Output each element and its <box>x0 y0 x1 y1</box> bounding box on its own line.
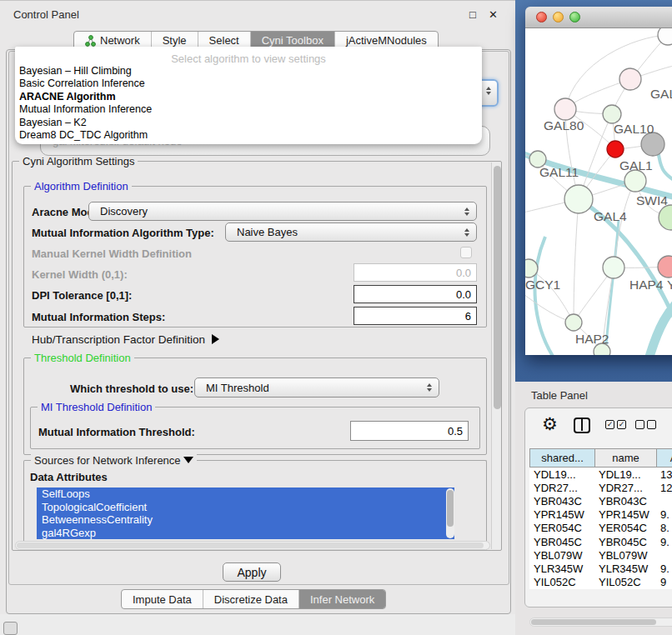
mi-type-label: Mutual Information Algorithm Type: <box>32 227 214 239</box>
network-edge[interactable] <box>535 237 556 355</box>
attribute-list-item[interactable]: gal4RGexp <box>37 527 454 540</box>
gear-icon[interactable]: ⚙ <box>542 415 558 432</box>
manual-kernel-checkbox[interactable] <box>460 247 472 258</box>
column-header-shared-name[interactable]: shared... <box>529 448 594 468</box>
dpi-tolerance-label: DPI Tolerance [0,1]: <box>32 289 132 302</box>
table-row[interactable]: YIL052CYIL052C9 <box>529 576 672 589</box>
attributes-scrollbar[interactable] <box>446 488 454 538</box>
network-node-top-partial[interactable] <box>658 28 672 45</box>
table-cell: YBR043C <box>529 494 594 508</box>
algorithm-option[interactable]: Dream8 DC_TDC Algorithm <box>15 129 482 142</box>
network-node-hap4[interactable] <box>603 257 624 278</box>
node-table: shared... name A YDL19...YDL19...13YDR27… <box>529 448 672 589</box>
mi-type-combo[interactable]: Naive Bayes <box>225 222 477 242</box>
table-cell: YDR27... <box>529 481 594 494</box>
network-node-gal4[interactable] <box>564 185 593 213</box>
network-node-selected-red[interactable] <box>607 141 624 158</box>
table-row[interactable]: YLR345WYLR345W9. <box>529 562 672 575</box>
close-icon[interactable]: ✕ <box>489 8 498 21</box>
network-node-gal1[interactable] <box>624 170 646 192</box>
columns-icon[interactable] <box>574 418 590 433</box>
settings-horizontal-scrollbar[interactable] <box>15 541 490 550</box>
algorithm-option[interactable]: ARACNE Algorithm <box>15 91 482 103</box>
table-cell: YBL079W <box>529 548 594 562</box>
network-node-gal80[interactable] <box>554 98 576 120</box>
table-row[interactable]: YER054CYER054C8. <box>529 522 672 535</box>
mi-threshold-title: MI Threshold Definition <box>38 401 155 413</box>
attribute-list-item[interactable]: TopologicalCoefficient <box>37 501 454 514</box>
which-threshold-combo[interactable]: MI Threshold <box>194 378 439 398</box>
attribute-list-item[interactable]: SelfLoops <box>37 488 454 501</box>
network-node-gray-node[interactable] <box>641 132 664 156</box>
control-panel: Control Panel □ ✕ Network Style Select C… <box>0 0 517 614</box>
which-threshold-value: MI Threshold <box>206 382 269 394</box>
cyni-algorithm-settings-title: Cyni Algorithm Settings <box>19 155 138 168</box>
data-attributes-label: Data Attributes <box>30 471 108 483</box>
table-header-row: shared... name A <box>529 448 672 468</box>
collapse-down-icon <box>183 457 193 463</box>
expand-right-icon <box>212 334 219 344</box>
network-edge[interactable] <box>647 290 672 355</box>
network-node-gal10[interactable] <box>603 105 621 123</box>
mi-steps-label: Mutual Information Steps: <box>32 311 165 323</box>
table-cell: YDR27... <box>594 481 656 494</box>
network-node-hap2[interactable] <box>565 314 582 331</box>
select-all-checks-icon[interactable]: ✓✓ <box>605 420 626 429</box>
algorithm-option[interactable]: Basic Correlation Inference <box>15 78 482 90</box>
settings-vertical-scrollbar[interactable] <box>491 162 501 549</box>
table-cell: YPR145W <box>594 508 656 522</box>
float-window-icon[interactable]: □ <box>469 8 476 21</box>
column-header-partial[interactable]: A <box>656 448 672 468</box>
close-traffic-light-icon[interactable] <box>536 12 547 22</box>
data-attributes-list: SelfLoopsTopologicalCoefficientBetweenne… <box>37 488 454 539</box>
attribute-list-item[interactable]: BetweennessCentrality <box>37 513 454 527</box>
network-node-label: GAL11 <box>539 165 579 179</box>
network-node-pink-top[interactable] <box>619 68 641 90</box>
hub-definition-toggle[interactable]: Hub/Transcription Factor Definition <box>32 333 219 346</box>
table-cell: 12 <box>656 481 672 494</box>
network-view-window: GALGAL80GAL10GAL1GAL11GAL4SWI4GCY1HAP4YH… <box>525 7 672 355</box>
network-edge[interactable] <box>574 199 579 322</box>
column-header-name[interactable]: name <box>594 448 656 468</box>
bottom-tabstrip: Impute Data Discretize Data Infer Networ… <box>121 589 386 609</box>
tab-discretize-data[interactable]: Discretize Data <box>203 590 299 608</box>
table-horizontal-scrollbar[interactable] <box>529 618 672 627</box>
network-node-label: HAP4 <box>629 278 664 292</box>
network-node-label: SWI4 <box>636 193 668 208</box>
table-row[interactable]: YDL19...YDL19...13 <box>529 468 672 481</box>
mi-threshold-field[interactable]: 0.5 <box>350 421 469 441</box>
table-row[interactable]: YDR27...YDR27...12 <box>529 481 672 494</box>
algorithm-definition-title: Algorithm Definition <box>31 180 132 192</box>
mi-steps-field[interactable]: 6 <box>354 307 477 325</box>
network-node-swi4[interactable] <box>659 205 672 230</box>
network-edge[interactable] <box>614 181 635 268</box>
table-row[interactable]: YBR043CYBR043C <box>529 494 672 508</box>
table-row[interactable]: YBR045CYBR045C9. <box>529 535 672 548</box>
table-row[interactable]: YBL079WYBL079W <box>529 548 672 562</box>
algorithm-option[interactable]: Bayesian – K2 <box>15 117 482 129</box>
table-row[interactable]: YPR145WYPR145W9. <box>529 508 672 522</box>
network-window-titlebar[interactable] <box>525 7 672 28</box>
algorithm-dropdown-popup: Select algorithm to view settings Bayesi… <box>15 47 482 144</box>
algorithm-option[interactable]: Mutual Information Inference <box>15 103 482 116</box>
table-cell: YDL19... <box>529 468 594 481</box>
corner-widget[interactable] <box>3 622 18 635</box>
table-cell: YPR145W <box>529 508 594 522</box>
table-toolbar: ⚙ ✓✓ <box>525 408 672 447</box>
apply-button[interactable]: Apply <box>223 562 281 582</box>
table-panel-area: Table Panel ⚙ ✓✓ shared... name A YDL19.… <box>515 382 672 635</box>
dpi-tolerance-field[interactable]: 0.0 <box>354 285 477 303</box>
aracne-mode-combo[interactable]: Discovery <box>88 202 477 221</box>
network-canvas[interactable]: GALGAL80GAL10GAL1GAL11GAL4SWI4GCY1HAP4YH… <box>525 28 672 355</box>
network-node-pink-right[interactable] <box>658 256 672 278</box>
deselect-all-checks-icon[interactable] <box>635 420 656 429</box>
zoom-traffic-light-icon[interactable] <box>569 12 580 22</box>
mi-threshold-label: Mutual Information Threshold: <box>38 426 195 438</box>
algorithm-option[interactable]: Bayesian – Hill Climbing <box>15 65 482 78</box>
kernel-width-field[interactable]: 0.0 <box>354 263 477 282</box>
threshold-definition-title: Threshold Definition <box>31 352 134 364</box>
tab-infer-network[interactable]: Infer Network <box>299 590 385 608</box>
minimize-traffic-light-icon[interactable] <box>553 12 564 22</box>
table-cell: 9 <box>656 576 672 589</box>
tab-impute-data[interactable]: Impute Data <box>122 590 203 608</box>
